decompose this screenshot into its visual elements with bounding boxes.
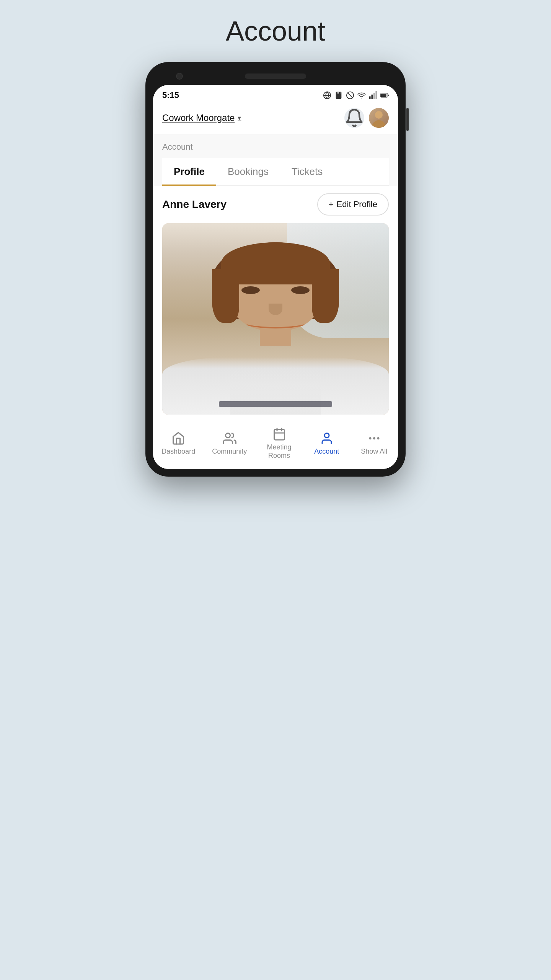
account-section-label: Account [162, 142, 389, 152]
svg-rect-4 [369, 96, 371, 99]
svg-rect-11 [274, 430, 284, 440]
svg-rect-6 [373, 93, 375, 100]
home-icon [171, 431, 185, 445]
battery-icon [380, 91, 389, 100]
tab-tickets[interactable]: Tickets [280, 158, 334, 185]
workspace-selector[interactable]: Cowork Moorgate ▾ [162, 113, 241, 123]
plus-icon: + [329, 199, 334, 209]
nav-item-meeting-rooms[interactable]: MeetingRooms [264, 427, 295, 460]
svg-rect-5 [371, 95, 373, 99]
content-area: Account Profile Bookings Tickets [153, 134, 398, 186]
sd-card-icon [334, 91, 343, 100]
status-time: 5:15 [162, 90, 179, 100]
edit-profile-label: Edit Profile [337, 199, 377, 209]
profile-section: Anne Lavery + Edit Profile [153, 186, 398, 421]
svg-line-3 [348, 93, 353, 98]
nav-item-community[interactable]: Community [212, 431, 247, 456]
nav-label-account: Account [314, 448, 339, 456]
tab-bookings[interactable]: Bookings [216, 158, 280, 185]
nav-label-meeting-rooms: MeetingRooms [267, 443, 291, 460]
profile-name: Anne Lavery [162, 198, 227, 211]
account-icon [320, 431, 334, 445]
workspace-name: Cowork Moorgate [162, 113, 235, 123]
phone-speaker [245, 74, 306, 79]
app-header: Cowork Moorgate ▾ [153, 103, 398, 134]
tab-profile[interactable]: Profile [162, 158, 216, 185]
nav-label-dashboard: Dashboard [161, 448, 195, 456]
status-icons [323, 91, 389, 100]
nav-item-dashboard[interactable]: Dashboard [161, 431, 195, 456]
bottom-nav: Dashboard Community [153, 421, 398, 469]
nav-item-show-all[interactable]: Show All [359, 431, 390, 456]
no-sound-icon [346, 91, 354, 100]
globe-icon [323, 91, 331, 100]
user-avatar-button[interactable] [369, 108, 389, 128]
nav-item-account[interactable]: Account [311, 431, 342, 456]
phone-screen: 5:15 [153, 85, 398, 469]
chevron-down-icon: ▾ [238, 114, 241, 122]
phone-camera [176, 73, 183, 80]
svg-rect-9 [381, 94, 386, 97]
svg-point-15 [324, 433, 329, 438]
wifi-icon [357, 91, 366, 100]
profile-image-bg [162, 223, 389, 415]
phone-side-button [406, 108, 409, 131]
svg-point-17 [373, 438, 375, 439]
community-icon [223, 431, 236, 445]
more-icon [367, 431, 381, 445]
profile-image [162, 223, 389, 415]
header-actions [344, 108, 389, 128]
nav-label-community: Community [212, 448, 247, 456]
notification-bell-button[interactable] [344, 108, 364, 128]
status-bar: 5:15 [153, 85, 398, 103]
avatar [369, 108, 389, 128]
signal-icon [369, 91, 377, 100]
profile-header: Anne Lavery + Edit Profile [162, 193, 389, 216]
page-title: Account [226, 15, 325, 47]
svg-point-16 [370, 438, 371, 439]
svg-point-18 [378, 438, 379, 439]
edit-profile-button[interactable]: + Edit Profile [317, 193, 389, 216]
phone-top-bar [153, 70, 398, 85]
tabs-container: Profile Bookings Tickets [162, 158, 389, 186]
nav-label-show-all: Show All [361, 448, 387, 456]
calendar-icon [272, 427, 286, 441]
svg-point-10 [225, 433, 230, 438]
phone-frame: 5:15 [145, 62, 406, 477]
svg-rect-7 [375, 91, 377, 99]
